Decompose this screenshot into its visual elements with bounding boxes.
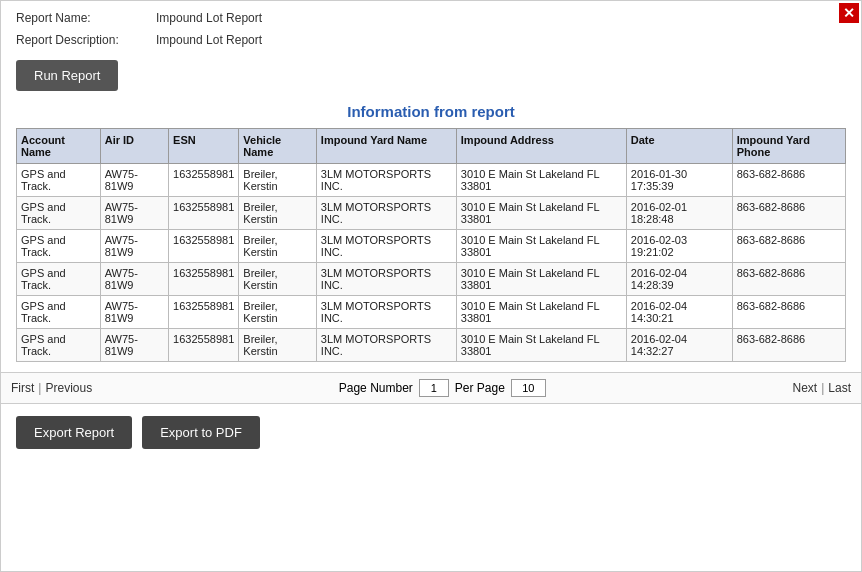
per-page-input[interactable] bbox=[511, 379, 546, 397]
table-cell: 2016-01-30 17:35:39 bbox=[626, 164, 732, 197]
table-cell: 3LM MOTORSPORTS INC. bbox=[316, 329, 456, 362]
table-cell: 3010 E Main St Lakeland FL 33801 bbox=[456, 263, 626, 296]
table-cell: 3010 E Main St Lakeland FL 33801 bbox=[456, 197, 626, 230]
main-window: ✕ Report Name: Impound Lot Report Report… bbox=[0, 0, 862, 572]
previous-page-link[interactable]: Previous bbox=[45, 381, 92, 395]
col-impound-yard-phone: Impound Yard Phone bbox=[732, 129, 845, 164]
table-cell: AW75-81W9 bbox=[100, 296, 168, 329]
table-cell: AW75-81W9 bbox=[100, 230, 168, 263]
table-cell: AW75-81W9 bbox=[100, 329, 168, 362]
table-cell: 1632558981 bbox=[169, 230, 239, 263]
run-report-button[interactable]: Run Report bbox=[16, 60, 118, 91]
table-cell: 863-682-8686 bbox=[732, 329, 845, 362]
table-cell: 1632558981 bbox=[169, 329, 239, 362]
report-name-value: Impound Lot Report bbox=[156, 11, 262, 25]
table-cell: 3LM MOTORSPORTS INC. bbox=[316, 164, 456, 197]
section-title: Information from report bbox=[16, 103, 846, 120]
table-row: GPS and Track.AW75-81W91632558981Breiler… bbox=[17, 296, 846, 329]
table-cell: 3LM MOTORSPORTS INC. bbox=[316, 197, 456, 230]
table-cell: 1632558981 bbox=[169, 296, 239, 329]
next-page-link[interactable]: Next bbox=[792, 381, 817, 395]
report-desc-label: Report Description: bbox=[16, 33, 156, 47]
col-vehicle-name: Vehicle Name bbox=[239, 129, 317, 164]
table-cell: Breiler, Kerstin bbox=[239, 164, 317, 197]
col-account-name: Account Name bbox=[17, 129, 101, 164]
table-cell: 1632558981 bbox=[169, 197, 239, 230]
table-cell: 1632558981 bbox=[169, 164, 239, 197]
last-page-link[interactable]: Last bbox=[828, 381, 851, 395]
page-number-input[interactable] bbox=[419, 379, 449, 397]
table-cell: 1632558981 bbox=[169, 263, 239, 296]
table-cell: GPS and Track. bbox=[17, 263, 101, 296]
table-row: GPS and Track.AW75-81W91632558981Breiler… bbox=[17, 329, 846, 362]
table-cell: 2016-02-04 14:28:39 bbox=[626, 263, 732, 296]
report-name-row: Report Name: Impound Lot Report bbox=[16, 11, 846, 25]
table-cell: GPS and Track. bbox=[17, 296, 101, 329]
table-cell: GPS and Track. bbox=[17, 230, 101, 263]
table-cell: GPS and Track. bbox=[17, 197, 101, 230]
table-row: GPS and Track.AW75-81W91632558981Breiler… bbox=[17, 230, 846, 263]
table-cell: 2016-02-01 18:28:48 bbox=[626, 197, 732, 230]
table-cell: GPS and Track. bbox=[17, 164, 101, 197]
pagination-center: Page Number Per Page bbox=[339, 379, 546, 397]
per-page-label: Per Page bbox=[455, 381, 505, 395]
pagination-bar: First | Previous Page Number Per Page Ne… bbox=[1, 372, 861, 404]
report-name-label: Report Name: bbox=[16, 11, 156, 25]
table-row: GPS and Track.AW75-81W91632558981Breiler… bbox=[17, 164, 846, 197]
table-cell: AW75-81W9 bbox=[100, 164, 168, 197]
report-desc-value: Impound Lot Report bbox=[156, 33, 262, 47]
table-cell: AW75-81W9 bbox=[100, 197, 168, 230]
table-header-row: Account Name Air ID ESN Vehicle Name Imp… bbox=[17, 129, 846, 164]
col-air-id: Air ID bbox=[100, 129, 168, 164]
table-cell: Breiler, Kerstin bbox=[239, 230, 317, 263]
table-cell: 3LM MOTORSPORTS INC. bbox=[316, 230, 456, 263]
first-page-link[interactable]: First bbox=[11, 381, 34, 395]
export-pdf-button[interactable]: Export to PDF bbox=[142, 416, 260, 449]
table-cell: 3LM MOTORSPORTS INC. bbox=[316, 296, 456, 329]
col-impound-yard-name: Impound Yard Name bbox=[316, 129, 456, 164]
table-cell: 3010 E Main St Lakeland FL 33801 bbox=[456, 230, 626, 263]
page-number-label: Page Number bbox=[339, 381, 413, 395]
report-desc-row: Report Description: Impound Lot Report bbox=[16, 33, 846, 47]
table-row: GPS and Track.AW75-81W91632558981Breiler… bbox=[17, 263, 846, 296]
table-cell: 2016-02-04 14:32:27 bbox=[626, 329, 732, 362]
table-cell: GPS and Track. bbox=[17, 329, 101, 362]
table-cell: 863-682-8686 bbox=[732, 296, 845, 329]
table-row: GPS and Track.AW75-81W91632558981Breiler… bbox=[17, 197, 846, 230]
close-button[interactable]: ✕ bbox=[839, 3, 859, 23]
report-table: Account Name Air ID ESN Vehicle Name Imp… bbox=[16, 128, 846, 362]
table-cell: Breiler, Kerstin bbox=[239, 197, 317, 230]
table-cell: 2016-02-04 14:30:21 bbox=[626, 296, 732, 329]
pagination-left: First | Previous bbox=[11, 381, 92, 395]
export-report-button[interactable]: Export Report bbox=[16, 416, 132, 449]
table-cell: 863-682-8686 bbox=[732, 230, 845, 263]
table-cell: 3LM MOTORSPORTS INC. bbox=[316, 263, 456, 296]
table-cell: Breiler, Kerstin bbox=[239, 329, 317, 362]
table-cell: Breiler, Kerstin bbox=[239, 296, 317, 329]
table-cell: Breiler, Kerstin bbox=[239, 263, 317, 296]
col-esn: ESN bbox=[169, 129, 239, 164]
table-cell: 863-682-8686 bbox=[732, 263, 845, 296]
table-cell: 863-682-8686 bbox=[732, 197, 845, 230]
table-cell: 3010 E Main St Lakeland FL 33801 bbox=[456, 329, 626, 362]
col-impound-address: Impound Address bbox=[456, 129, 626, 164]
col-date: Date bbox=[626, 129, 732, 164]
table-cell: AW75-81W9 bbox=[100, 263, 168, 296]
footer-bar: Export Report Export to PDF bbox=[1, 404, 861, 461]
table-cell: 863-682-8686 bbox=[732, 164, 845, 197]
table-cell: 2016-02-03 19:21:02 bbox=[626, 230, 732, 263]
table-cell: 3010 E Main St Lakeland FL 33801 bbox=[456, 164, 626, 197]
table-cell: 3010 E Main St Lakeland FL 33801 bbox=[456, 296, 626, 329]
pagination-right: Next | Last bbox=[792, 381, 851, 395]
